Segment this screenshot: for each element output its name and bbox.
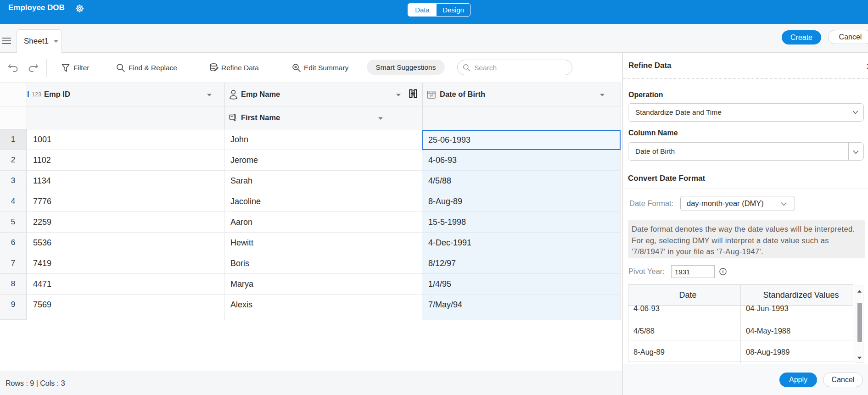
svg-text:15: 15 [429, 94, 434, 98]
